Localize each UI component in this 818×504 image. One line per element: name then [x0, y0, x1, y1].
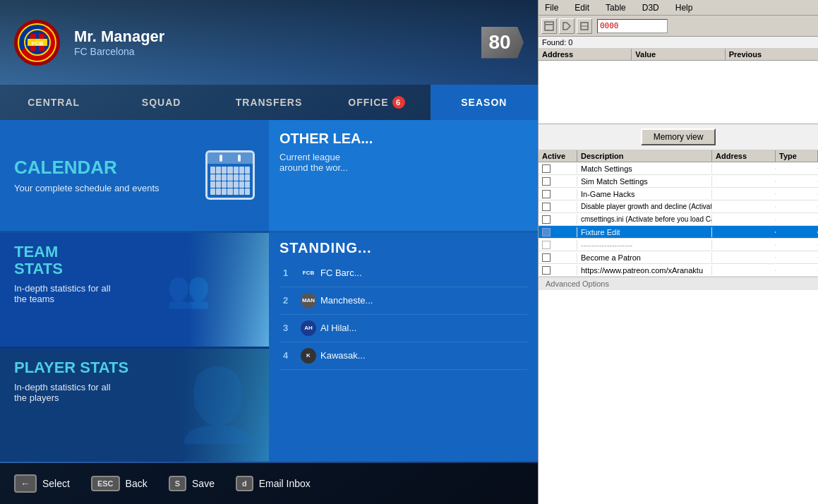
cheat-cell-desc-1: Sim Match Settings — [577, 176, 712, 186]
memory-view-button[interactable]: Memory view — [641, 128, 716, 145]
calendar-title: CALENDAR — [14, 157, 160, 178]
standings-row-1: 1 FCB FC Barc... — [279, 260, 527, 287]
cheat-checkbox-3[interactable] — [542, 203, 551, 211]
menu-d3d[interactable]: D3D — [639, 2, 662, 13]
ce-toolbar: 0000 — [539, 16, 818, 37]
cheat-cell-type-sep — [776, 244, 818, 246]
team-stats-card[interactable]: TEAM STATS In-depth statistics for all t… — [0, 233, 269, 349]
standings-logo-2: MAN — [301, 293, 316, 308]
tab-office[interactable]: OFFICE 6 — [323, 85, 430, 120]
cheat-checkbox-4[interactable] — [542, 215, 551, 224]
cheat-th-description: Description — [577, 150, 712, 162]
email-label: Email Inbox — [259, 478, 311, 489]
cheat-th-type: Type — [776, 150, 818, 162]
calendar-icon — [205, 150, 255, 200]
svg-rect-6 — [546, 24, 553, 25]
cheat-row-4[interactable]: cmsettings.ini (Activate before you load… — [539, 213, 818, 226]
cheat-checkbox-5[interactable] — [542, 228, 551, 236]
tab-squad[interactable]: SQUAD — [107, 85, 215, 120]
other-leagues-card[interactable]: OTHER LEA... Current league around the w… — [269, 120, 538, 233]
cheat-cell-desc-0: Match Settings — [577, 164, 712, 174]
cheat-row-7[interactable]: Become a Patron — [539, 251, 818, 264]
cheat-cell-addr-2 — [712, 193, 776, 195]
standings-logo-1: FCB — [301, 265, 316, 281]
toolbar-btn-1[interactable] — [541, 18, 557, 34]
club-logo-inner: FCB — [18, 23, 56, 62]
standings-logo-3: AH — [301, 320, 316, 336]
game-area: FCB Mr. Manager FC Barcelona 80 CENTRAL … — [0, 0, 538, 504]
toolbar-btn-2[interactable] — [559, 18, 575, 34]
cheat-th-active: Active — [539, 150, 577, 162]
cheat-row-2[interactable]: In-Game Hacks — [539, 188, 818, 200]
cheat-cell-desc-2: In-Game Hacks — [577, 189, 712, 199]
office-badge: 6 — [392, 96, 405, 109]
th-value: Value — [632, 49, 725, 60]
cheat-cell-type-8 — [776, 270, 818, 271]
header-bar: FCB Mr. Manager FC Barcelona 80 — [0, 0, 538, 85]
standings-card[interactable]: STANDING... 1 FCB FC Barc... 2 MAN Manch… — [269, 233, 538, 462]
standings-pos-2: 2 — [283, 295, 301, 306]
tab-season[interactable]: SEASON — [431, 85, 538, 120]
cheat-row-0[interactable]: Match Settings — [539, 162, 818, 175]
th-address: Address — [539, 49, 632, 60]
cheat-cell-active-3 — [539, 202, 577, 212]
cheat-cell-type-1 — [776, 181, 818, 182]
cheat-cell-desc-3: Disable player growth and decline (Activ… — [577, 202, 712, 211]
cheat-cell-desc-5: Fixture Edit — [577, 227, 712, 237]
left-column: CALENDAR Your complete schedule and even… — [0, 120, 269, 462]
standings-heading: STANDING... — [279, 240, 527, 256]
cheat-checkbox-1[interactable] — [542, 177, 551, 186]
barcelona-crest: FCB — [23, 28, 52, 56]
player-stats-title: PLAYER STATS — [14, 359, 255, 376]
tab-central[interactable]: CENTRAL — [0, 85, 107, 120]
ce-menubar: File Edit Table D3D Help — [539, 0, 818, 16]
menu-edit[interactable]: Edit — [572, 2, 592, 13]
save-key-icon: S — [169, 476, 186, 491]
team-stats-title: TEAM STATS — [14, 244, 255, 277]
cheat-checkbox-0[interactable] — [542, 164, 551, 173]
cheat-cell-active-0 — [539, 164, 577, 174]
cheat-cell-desc-4: cmsettings.ini (Activate before you load… — [577, 215, 712, 224]
cheat-row-separator: -------------------- — [539, 239, 818, 251]
calendar-card[interactable]: CALENDAR Your complete schedule and even… — [0, 120, 269, 233]
cheat-cell-addr-7 — [712, 257, 776, 258]
cheat-cell-active-8 — [539, 265, 577, 275]
standings-row-4: 4 K Kawasak... — [279, 342, 527, 370]
cheat-cell-type-3 — [776, 206, 818, 208]
player-stats-card[interactable]: PLAYER STATS In-depth statistics for all… — [0, 349, 269, 462]
cheat-checkbox-8[interactable] — [542, 266, 551, 275]
back-label: Back — [126, 478, 148, 489]
advanced-options[interactable]: Advanced Options — [539, 277, 818, 290]
other-leagues-subtitle: Current league around the wor... — [279, 152, 527, 173]
cheat-checkbox-7[interactable] — [542, 253, 551, 262]
tab-transfers[interactable]: TRANSFERS — [215, 85, 323, 120]
standings-name-1: FC Barc... — [320, 268, 524, 278]
cheat-row-3[interactable]: Disable player growth and decline (Activ… — [539, 200, 818, 213]
cheat-checkbox-sep — [542, 241, 551, 249]
toolbar-btn-3[interactable] — [577, 18, 592, 34]
standings-pos-1: 1 — [283, 268, 301, 278]
cheat-cell-type-7 — [776, 257, 818, 258]
cheat-cell-addr-4 — [712, 219, 776, 220]
menu-table[interactable]: Table — [603, 2, 629, 13]
content-area: CALENDAR Your complete schedule and even… — [0, 120, 538, 462]
player-stats-text: PLAYER STATS In-depth statistics for all… — [14, 359, 255, 403]
back-key-icon: ESC — [91, 476, 120, 491]
menu-file[interactable]: File — [542, 2, 561, 13]
cheat-cell-addr-8 — [712, 270, 776, 271]
cheat-row-8[interactable]: https://www.patreon.com/xAranaktu — [539, 264, 818, 277]
cheat-row-5[interactable]: Fixture Edit — [539, 226, 818, 239]
cheat-row-1[interactable]: Sim Match Settings — [539, 175, 818, 188]
nav-tabs: CENTRAL SQUAD TRANSFERS OFFICE 6 SEASON — [0, 85, 538, 120]
team-stats-subtitle: In-depth statistics for all the teams — [14, 283, 255, 304]
calendar-subtitle: Your complete schedule and events — [14, 183, 160, 193]
cheat-cell-desc-sep: -------------------- — [577, 240, 712, 250]
cheat-checkbox-2[interactable] — [542, 190, 551, 198]
cheat-cell-active-sep — [539, 240, 577, 250]
menu-help[interactable]: Help — [673, 2, 696, 13]
cheat-table-header: Active Description Address Type — [539, 150, 818, 162]
cheat-cell-desc-7: Become a Patron — [577, 253, 712, 263]
scan-table-header: Address Value Previous — [539, 49, 818, 61]
scan-results-area[interactable] — [539, 61, 818, 124]
other-leagues-title: OTHER LEA... — [279, 131, 527, 146]
